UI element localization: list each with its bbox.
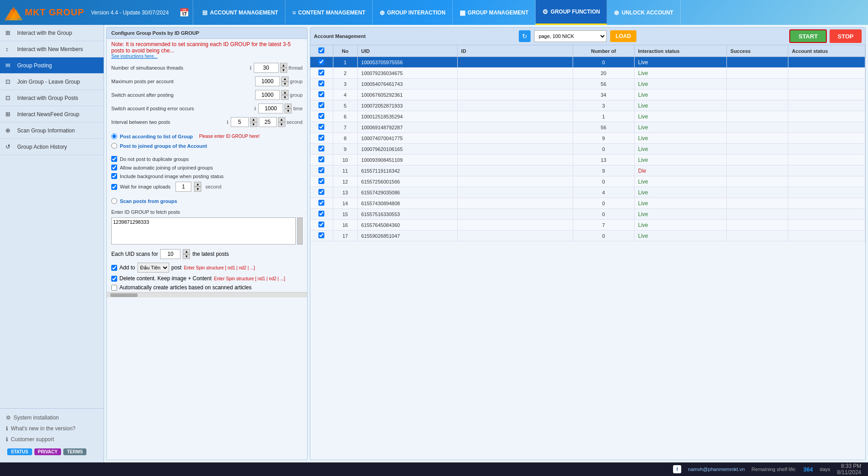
radio-post-joined-input[interactable] bbox=[111, 143, 117, 149]
max-posts-up-btn[interactable]: ▲ bbox=[281, 76, 289, 81]
row-checkbox[interactable] bbox=[318, 167, 324, 173]
tab-content-management[interactable]: ≡CONTENT MANAGEMENT bbox=[285, 0, 373, 25]
row-checkbox[interactable] bbox=[318, 102, 324, 108]
table-row[interactable]: 12 61557256001566 0 Live bbox=[310, 176, 865, 187]
interval-input-1[interactable] bbox=[231, 117, 249, 127]
table-row[interactable]: 8 100074070041775 9 Live bbox=[310, 133, 865, 144]
terms-badge[interactable]: TERMS bbox=[63, 448, 86, 455]
sidebar-item-scan-group-info[interactable]: ⊕Scan Group Information bbox=[0, 123, 104, 139]
post-list-link[interactable]: Please enter ID GROUP here! bbox=[199, 134, 260, 139]
no-duplicate-checkbox[interactable] bbox=[111, 156, 117, 162]
radio-post-list-input[interactable] bbox=[111, 133, 117, 139]
radio-scan-posts[interactable]: Scan posts from groups bbox=[111, 196, 303, 206]
wait-up-btn[interactable]: ▲ bbox=[194, 182, 201, 187]
uid-scan-up-btn[interactable]: ▲ bbox=[183, 249, 190, 254]
row-checkbox[interactable] bbox=[318, 156, 324, 162]
auto-create-checkbox[interactable] bbox=[111, 285, 117, 291]
switch-error-input[interactable] bbox=[258, 104, 283, 113]
sidebar-item-group-action-history[interactable]: ↺Group Action History bbox=[0, 139, 104, 155]
config-hscroll-handle[interactable] bbox=[110, 293, 138, 297]
threads-down-btn[interactable]: ▼ bbox=[280, 68, 287, 73]
tab-group-interaction[interactable]: ⊕GROUP INTERACTION bbox=[373, 0, 453, 25]
radio-scan-input[interactable] bbox=[111, 198, 117, 204]
table-row[interactable]: 1 100053705975556 0 Live bbox=[310, 57, 865, 68]
status-badge[interactable]: STATUS bbox=[7, 448, 32, 455]
bg-image-checkbox[interactable] bbox=[111, 173, 117, 179]
add-to-checkbox[interactable] bbox=[111, 265, 117, 271]
interval-2-up-btn[interactable]: ▲ bbox=[278, 117, 285, 122]
tab-account-management[interactable]: ⊞ACCOUNT MANAGEMENT bbox=[195, 0, 285, 25]
scan-id-textarea[interactable]: 1239871298333 bbox=[111, 217, 296, 245]
sidebar-item-group-posting[interactable]: ✉Group Posting bbox=[0, 57, 104, 74]
see-instructions-link[interactable]: See instructions here... bbox=[111, 54, 157, 59]
textarea-scrollbar[interactable] bbox=[297, 217, 303, 245]
table-row[interactable]: 5 100072052871933 3 Live bbox=[310, 100, 865, 111]
spin-link-1[interactable]: Enter Spin structure [ nd1 | nd2 | ...] bbox=[184, 265, 255, 270]
max-posts-input[interactable] bbox=[255, 76, 280, 86]
stop-button[interactable]: STOP bbox=[830, 29, 862, 43]
row-checkbox[interactable] bbox=[318, 211, 324, 217]
table-row[interactable]: 2 100079236034675 20 Live bbox=[310, 68, 865, 79]
wait-uploads-input[interactable] bbox=[175, 182, 191, 192]
switch-after-up-btn[interactable]: ▲ bbox=[281, 90, 289, 95]
table-row[interactable]: 6 100012518535294 1 Live bbox=[310, 111, 865, 122]
row-checkbox[interactable] bbox=[318, 113, 324, 119]
radio-post-joined[interactable]: Post to joined groups of the Account bbox=[111, 141, 303, 151]
table-row[interactable]: 17 61559026851047 0 Live bbox=[310, 231, 865, 241]
row-checkbox[interactable] bbox=[318, 222, 324, 227]
interval-1-down-btn[interactable]: ▼ bbox=[250, 122, 257, 127]
interval-input-2[interactable] bbox=[259, 117, 277, 127]
table-row[interactable]: 15 61557516330553 0 Live bbox=[310, 209, 865, 220]
switch-error-up-btn[interactable]: ▲ bbox=[285, 104, 292, 108]
wait-down-btn[interactable]: ▼ bbox=[194, 187, 201, 192]
table-row[interactable]: 7 100069148792287 56 Live bbox=[310, 122, 865, 133]
row-checkbox[interactable] bbox=[318, 135, 324, 141]
row-checkbox[interactable] bbox=[318, 124, 324, 130]
start-button[interactable]: START bbox=[789, 29, 826, 43]
interval-1-up-btn[interactable]: ▲ bbox=[250, 117, 257, 122]
privacy-badge[interactable]: PRIVACY bbox=[34, 448, 62, 455]
sidebar-item-interact-group[interactable]: ⊞Interact with the Group bbox=[0, 25, 104, 41]
max-posts-down-btn[interactable]: ▼ bbox=[281, 81, 289, 86]
table-row[interactable]: 9 100079620106165 0 Live bbox=[310, 144, 865, 155]
threads-input[interactable] bbox=[254, 63, 279, 73]
table-row[interactable]: 14 61557430894808 0 Live bbox=[310, 198, 865, 209]
config-hscroll[interactable] bbox=[107, 292, 307, 297]
row-checkbox[interactable] bbox=[318, 91, 324, 97]
sidebar-item-interact-newsfeed[interactable]: ⊞Interact NewsFeed Group bbox=[0, 106, 104, 123]
radio-post-by-list[interactable]: Post according to list of Group Please e… bbox=[111, 132, 303, 141]
table-row[interactable]: 16 61557645084360 7 Live bbox=[310, 220, 865, 231]
switch-error-info-icon[interactable]: ℹ bbox=[254, 106, 256, 112]
refresh-button[interactable]: ↻ bbox=[519, 30, 531, 42]
switch-error-down-btn[interactable]: ▼ bbox=[285, 108, 292, 113]
tab-group-function[interactable]: ⚙GROUP FUNCTION bbox=[536, 0, 607, 25]
load-button[interactable]: LOAD bbox=[610, 30, 636, 42]
spin-link-2[interactable]: Enter Spin structure [ nd1 | nd2 | ...] bbox=[214, 276, 285, 281]
row-checkbox[interactable] bbox=[318, 232, 324, 238]
table-row[interactable]: 11 61557119116342 9 Die bbox=[310, 165, 865, 176]
sidebar-item-join-leave-group[interactable]: ⊡Join Group - Leave Group bbox=[0, 74, 104, 90]
switch-after-down-btn[interactable]: ▼ bbox=[281, 95, 289, 100]
delete-content-checkbox[interactable] bbox=[111, 276, 117, 282]
sidebar-bottom-customer-support[interactable]: ℹCustomer support bbox=[4, 434, 100, 445]
table-row[interactable]: 3 100054076461743 56 Live bbox=[310, 79, 865, 90]
row-checkbox[interactable] bbox=[318, 146, 324, 151]
tab-group-management[interactable]: ▦GROUP MANAGEMENT bbox=[453, 0, 536, 25]
row-checkbox[interactable] bbox=[318, 59, 324, 65]
table-row[interactable]: 10 100093908451109 13 Live bbox=[310, 155, 865, 165]
add-to-select[interactable]: Đầu Tiên bbox=[138, 263, 169, 273]
table-row[interactable]: 13 61557429035086 4 Live bbox=[310, 187, 865, 198]
threads-up-btn[interactable]: ▲ bbox=[280, 63, 287, 68]
row-checkbox[interactable] bbox=[318, 189, 324, 195]
interval-info-icon[interactable]: ℹ bbox=[227, 119, 228, 125]
select-all-checkbox[interactable] bbox=[318, 47, 324, 53]
auto-join-checkbox[interactable] bbox=[111, 165, 117, 170]
sidebar-bottom-system-installation[interactable]: ⚙System installation bbox=[4, 412, 100, 423]
row-checkbox[interactable] bbox=[318, 200, 324, 206]
account-selector[interactable]: page, 100 NICK bbox=[534, 30, 607, 42]
row-checkbox[interactable] bbox=[318, 80, 324, 86]
uid-scan-input[interactable] bbox=[160, 249, 180, 259]
tab-calendar[interactable]: 📅 bbox=[175, 0, 193, 25]
uid-scan-down-btn[interactable]: ▼ bbox=[183, 254, 190, 259]
interval-2-down-btn[interactable]: ▼ bbox=[278, 122, 285, 127]
